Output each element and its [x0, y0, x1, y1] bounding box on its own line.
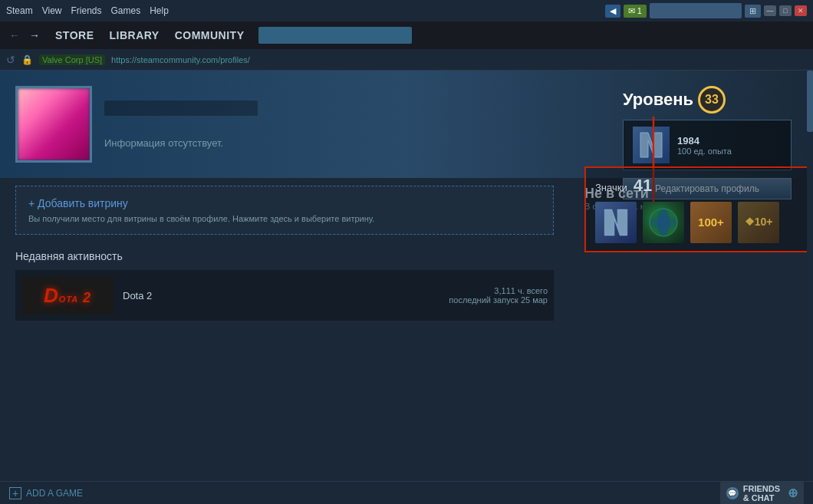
two-column-layout: + Добавить витрину Вы получили место для…: [0, 178, 807, 328]
badge-name: 1984: [677, 135, 732, 147]
menu-steam[interactable]: Steam: [6, 5, 33, 16]
game-badge-card: 1984 100 ед. опыта: [623, 120, 792, 170]
game-hours: 3,111 ч. всего: [449, 286, 548, 295]
svg-point-6: [650, 216, 677, 229]
lock-icon: 🔒: [21, 54, 33, 65]
badge-item-hundred[interactable]: 100+: [690, 202, 732, 243]
address-bar: ↺ 🔒 Valve Corp [US] https://steamcommuni…: [0, 49, 813, 71]
game-last-played: последний запуск 25 мар: [449, 295, 548, 305]
friends-chat-icon: 💬: [726, 487, 739, 499]
left-column: + Добавить витрину Вы получили место для…: [0, 178, 569, 328]
level-label: Уровень: [623, 90, 693, 110]
activity-section: Недавняя активность DOTA 2 Dota 2: [0, 242, 569, 328]
badge-item-ten[interactable]: ❖10+: [738, 202, 779, 243]
game-name: Dota 2: [123, 290, 439, 301]
badge-xp: 100 ед. опыта: [677, 147, 732, 156]
game-thumbnail: DOTA 2: [21, 276, 114, 315]
menu-view[interactable]: View: [42, 5, 62, 16]
badge-info: 1984 100 ед. опыта: [677, 135, 732, 156]
nav-store[interactable]: STORE: [55, 29, 94, 41]
activity-title: Недавняя активность: [15, 250, 554, 262]
nav-community[interactable]: COMMUNITY: [175, 29, 245, 41]
close-button[interactable]: ✕: [795, 5, 807, 16]
window-controls: — □ ✕: [764, 5, 807, 16]
friends-chat-label: FRIENDS& CHAT: [743, 484, 780, 502]
menu-help[interactable]: Help: [150, 5, 169, 16]
add-game-button[interactable]: + ADD A GAME: [9, 487, 83, 499]
badges-header: Значки 41: [595, 176, 807, 196]
nav-library[interactable]: LIBRARY: [109, 29, 159, 41]
friends-chat-add-icon[interactable]: ⊕: [788, 486, 798, 500]
forward-button[interactable]: →: [26, 28, 43, 43]
badges-section: Значки 41: [584, 166, 807, 252]
right-column: Не в сети В сети: 19 дн. назад Значки 41: [569, 178, 807, 328]
profile-header: Информация отсутствует. Уровень 33: [0, 71, 807, 178]
notification-button[interactable]: ✉ 1: [624, 5, 647, 18]
badge-item-earth[interactable]: [643, 202, 684, 243]
badges-count: 41: [634, 176, 652, 196]
minimize-button[interactable]: —: [764, 5, 776, 16]
user-button[interactable]: [650, 3, 742, 18]
main-content: Информация отсутствует. Уровень 33: [0, 71, 813, 481]
bottom-bar: + ADD A GAME 💬 FRIENDS& CHAT ⊕: [0, 481, 813, 504]
title-bar-left: Steam View Friends Games Help: [6, 5, 169, 16]
nav-links: STORE LIBRARY COMMUNITY: [55, 29, 245, 41]
badges-title: Значки: [595, 182, 627, 193]
profile-wrapper: Информация отсутствует. Уровень 33: [0, 71, 807, 481]
title-bar: Steam View Friends Games Help ◀ ✉ 1 ⊞ — …: [0, 0, 813, 21]
game-stats: 3,111 ч. всего последний запуск 25 мар: [449, 286, 548, 305]
scrollbar-track[interactable]: [807, 71, 813, 481]
avatar-image: [18, 88, 90, 160]
address-url[interactable]: https://steamcommunity.com/profiles/: [111, 55, 250, 64]
add-game-label: ADD A GAME: [26, 488, 83, 499]
back-button[interactable]: ←: [6, 28, 23, 43]
avatar-section: [15, 86, 92, 163]
level-row: Уровень 33: [623, 86, 792, 114]
svg-marker-0: [640, 133, 662, 157]
showcase-section[interactable]: + Добавить витрину Вы получили место для…: [15, 186, 554, 235]
showcase-title[interactable]: + Добавить витрину: [28, 197, 541, 209]
reload-button[interactable]: ↺: [6, 54, 15, 66]
restore-button[interactable]: □: [779, 5, 792, 16]
site-label: Valve Corp [US]: [39, 54, 105, 65]
menu-friends[interactable]: Friends: [71, 5, 101, 16]
badges-row: 100+ ❖10+: [595, 202, 807, 243]
level-badge: 33: [698, 86, 726, 114]
nav-bar: ← → STORE LIBRARY COMMUNITY: [0, 21, 813, 49]
steam-icon-button[interactable]: ◀: [605, 5, 620, 18]
title-bar-right: ◀ ✉ 1 ⊞ — □ ✕: [605, 3, 807, 18]
friends-chat-button[interactable]: 💬 FRIENDS& CHAT ⊕: [720, 482, 804, 505]
game-row: DOTA 2 Dota 2 3,111 ч. всего последний з…: [15, 270, 554, 321]
badge-item-nval[interactable]: [595, 202, 637, 243]
add-game-plus-icon: +: [9, 487, 21, 499]
scrollbar-thumb[interactable]: [807, 71, 813, 132]
username-bar: [104, 100, 258, 116]
showcase-desc: Вы получили место для витрины в своём пр…: [28, 214, 541, 223]
svg-marker-3: [604, 209, 627, 236]
menu-games[interactable]: Games: [111, 5, 141, 16]
menu-bar: Steam View Friends Games Help: [6, 5, 169, 16]
nav-search-bar[interactable]: [258, 27, 412, 44]
avatar-frame: [15, 86, 92, 163]
screenshot-button[interactable]: ⊞: [745, 5, 761, 18]
nav-arrows: ← →: [6, 28, 43, 43]
badge-icon: [633, 127, 670, 163]
